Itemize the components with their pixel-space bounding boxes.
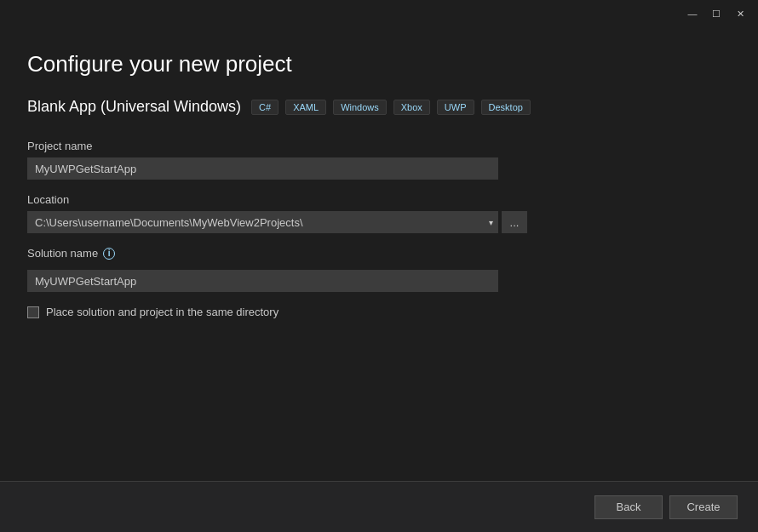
tag-xbox: Xbox	[393, 100, 430, 115]
tag-xaml: XAML	[285, 100, 326, 115]
location-label: Location	[27, 193, 731, 206]
checkbox-row: Place solution and project in the same d…	[27, 306, 731, 318]
title-bar: — ☐ ✕	[0, 0, 758, 27]
project-name-input[interactable]	[27, 157, 498, 180]
main-content: Configure your new project Blank App (Un…	[0, 27, 758, 342]
info-icon[interactable]: i	[103, 248, 115, 260]
create-button[interactable]: Create	[669, 495, 738, 519]
same-directory-checkbox[interactable]	[27, 306, 39, 318]
app-title-row: Blank App (Universal Windows) C# XAML Wi…	[27, 98, 731, 116]
minimize-button[interactable]: —	[681, 6, 703, 21]
tag-windows: Windows	[333, 100, 387, 115]
solution-name-input[interactable]	[27, 270, 498, 292]
location-select[interactable]: C:\Users\username\Documents\MyWebView2Pr…	[27, 211, 498, 233]
location-group: Location C:\Users\username\Documents\MyW…	[27, 193, 731, 233]
close-button[interactable]: ✕	[729, 6, 751, 21]
solution-name-label: Solution name	[27, 247, 98, 260]
page-title: Configure your new project	[27, 51, 731, 77]
tag-desktop: Desktop	[481, 100, 531, 115]
back-button[interactable]: Back	[594, 495, 663, 519]
tag-csharp: C#	[251, 100, 279, 115]
back-label: Back	[617, 501, 641, 513]
location-row: C:\Users\username\Documents\MyWebView2Pr…	[27, 211, 731, 233]
maximize-button[interactable]: ☐	[705, 6, 727, 21]
location-select-wrapper: C:\Users\username\Documents\MyWebView2Pr…	[27, 211, 498, 233]
same-directory-label: Place solution and project in the same d…	[46, 306, 279, 318]
app-title: Blank App (Universal Windows)	[27, 98, 241, 116]
browse-button[interactable]: ...	[502, 211, 527, 233]
tag-uwp: UWP	[437, 100, 474, 115]
create-label: Create	[686, 501, 720, 513]
project-name-group: Project name	[27, 140, 731, 180]
footer: Back Create	[0, 481, 758, 532]
solution-name-group: Solution name i	[27, 247, 731, 292]
project-name-label: Project name	[27, 140, 731, 152]
solution-label-row: Solution name i	[27, 247, 731, 260]
